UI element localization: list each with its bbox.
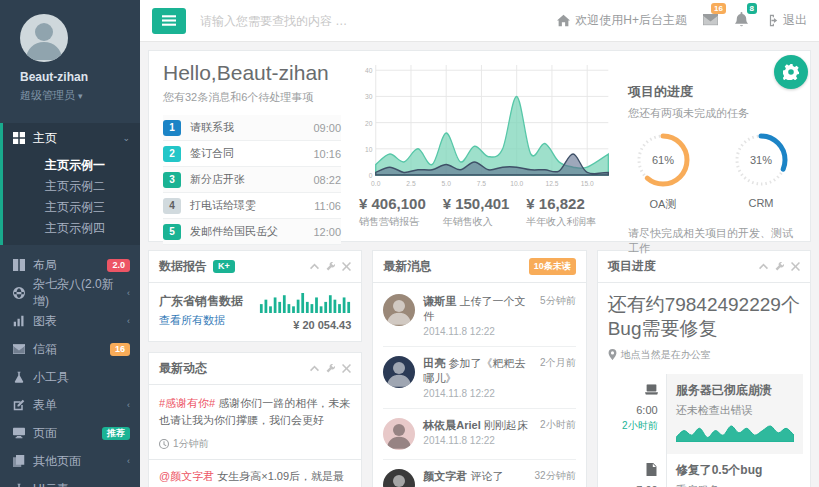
collapse-icon[interactable] <box>759 262 768 271</box>
columns-icon <box>13 259 25 271</box>
svg-text:12.5: 12.5 <box>545 178 558 188</box>
sidebar-nav: 主页 ⌄ 主页示例一 主页示例二 主页示例三 主页示例四 布局 2.0 杂七杂八… <box>0 123 140 487</box>
unread-count-badge: 10条未读 <box>529 258 576 275</box>
sidebar-subitem-home-3[interactable]: 主页示例三 <box>3 197 140 218</box>
sidebar-toggle-button[interactable] <box>152 8 186 34</box>
sidebar-item-mailbox[interactable]: 信箱 16 <box>0 335 140 363</box>
sidebar-item-pages[interactable]: 页面 推荐 <box>0 419 140 447</box>
panel-body: 广东省销售数据 查看所有数据 ¥ 20 054.43 <box>149 283 361 341</box>
greeting-heading: Hello,Beaut-zihan <box>163 61 341 85</box>
message-user-link[interactable]: 林依晨Ariel <box>423 419 480 431</box>
latest-activity-panel: 最新动态 #感谢有你# 感谢你们一路的相伴，未来也请让我为你们撑腰，我们会更好 <box>148 352 362 487</box>
sidebar-subitem-home-2[interactable]: 主页示例二 <box>3 176 140 197</box>
sidebar-subitem-home-1[interactable]: 主页示例一 <box>3 155 140 176</box>
close-icon[interactable] <box>342 364 351 373</box>
panel-tools <box>310 364 351 373</box>
sidebar-item-home[interactable]: 主页 ⌄ <box>0 123 140 153</box>
todo-item[interactable]: 5 发邮件给国民岳父 12:00 <box>163 219 341 245</box>
view-all-data-link[interactable]: 查看所有数据 <box>159 313 225 328</box>
sales-stats: ¥ 406,100 销售营销报告 ¥ 150,401 年销售收入 ¥ 16,82… <box>359 195 610 229</box>
report-name: 广东省销售数据 <box>159 293 243 310</box>
feed-post: #感谢有你# 感谢你们一路的相伴，未来也请让我为你们撑腰，我们会更好 <box>159 395 351 429</box>
search-input[interactable] <box>200 14 420 28</box>
panel-title: 项目进度 <box>608 258 656 275</box>
mention-link[interactable]: @颜文字君 <box>159 470 214 482</box>
mail-menu-button[interactable]: 16 <box>703 12 718 30</box>
chevron-left-icon: ‹ <box>127 400 130 410</box>
todo-item[interactable]: 2 签订合同 10:16 <box>163 141 341 167</box>
sidebar-item-widgets[interactable]: 小工具 <box>0 363 140 391</box>
close-icon[interactable] <box>791 262 800 271</box>
message-user-link[interactable]: 颜文字君 <box>423 470 467 482</box>
panel-title: 最新动态 <box>159 360 207 377</box>
wrench-icon[interactable] <box>326 364 335 373</box>
envelope-icon <box>13 343 25 355</box>
timeline-item: 6:00 2小时前 服务器已彻底崩溃 还未检查出错误 <box>608 374 800 454</box>
notifications-button[interactable]: 8 <box>734 12 749 30</box>
theme-config-button[interactable] <box>774 55 808 89</box>
todo-item[interactable]: 3 新分店开张 08:22 <box>163 167 341 193</box>
todo-item[interactable]: 1 请联系我 09:00 <box>163 115 341 141</box>
panel-body: 谦斯里 上传了一个文件 2014.11.8 12:22 5分钟前 田亮 参加了《… <box>373 283 585 487</box>
svg-text:7.5: 7.5 <box>477 178 486 188</box>
avatar <box>383 294 415 326</box>
stat-sales-report: ¥ 406,100 销售营销报告 <box>359 195 443 229</box>
bar-chart-icon <box>13 315 25 327</box>
message-item[interactable]: 林依晨Ariel 刚刚起床 2014.11.8 12:22 2小时前 <box>383 409 575 460</box>
close-icon[interactable] <box>342 262 351 271</box>
todo-list: 1 请联系我 09:00 2 签订合同 10:16 3 新分店开张 08:22 <box>163 115 341 245</box>
sidebar-item-layouts[interactable]: 布局 2.0 <box>0 251 140 279</box>
avatar <box>383 418 415 450</box>
collapse-icon[interactable] <box>310 262 319 271</box>
sales-chart-column: 0102030400.02.55.07.510.012.515.0 ¥ 406,… <box>359 61 610 229</box>
panel-columns: 数据报告 K+ 广东省销售数据 查看所有数据 <box>148 242 811 487</box>
wrench-icon[interactable] <box>775 262 784 271</box>
user-avatar[interactable] <box>20 14 68 62</box>
svg-text:10.0: 10.0 <box>510 178 523 188</box>
top-navbar: 欢迎使用H+后台主题 16 8 退出 <box>140 0 819 42</box>
gauge-crm: 31% CRM <box>732 131 790 212</box>
hashtag-link[interactable]: #感谢有你# <box>159 397 215 409</box>
report-sparkline-chart <box>259 293 351 313</box>
user-name: Beaut-zihan <box>20 70 140 84</box>
panel-title: 最新消息 <box>383 258 431 275</box>
message-item[interactable]: 谦斯里 上传了一个文件 2014.11.8 12:22 5分钟前 <box>383 285 575 347</box>
main-area: 欢迎使用H+后台主题 16 8 退出 Hello,Beaut-zihan <box>140 0 819 487</box>
progress-title: 项目的进度 <box>628 83 796 101</box>
notification-count-badge: 8 <box>747 3 757 14</box>
clock-icon <box>159 439 169 449</box>
bell-icon <box>734 12 749 27</box>
sidebar-item-misc[interactable]: 杂七杂八(2.0新增) ‹ <box>0 279 140 307</box>
todo-number-badge: 2 <box>163 146 181 162</box>
user-role-dropdown[interactable]: 超级管理员 ▾ <box>20 88 140 103</box>
logout-button[interactable]: 退出 <box>765 12 807 29</box>
data-report-panel: 数据报告 K+ 广东省销售数据 查看所有数据 <box>148 250 362 342</box>
svg-text:31%: 31% <box>750 154 772 166</box>
gear-icon <box>783 64 799 80</box>
greeting-subtitle: 您有32条消息和6个待处理事项 <box>163 90 341 105</box>
message-item[interactable]: 颜文字君 评论了 2014.11.8 12:22 【九部令人拍案叫绝的惊悚悬疑剧… <box>383 460 575 487</box>
report-row: 广东省销售数据 查看所有数据 ¥ 20 054.43 <box>159 293 351 331</box>
svg-text:61%: 61% <box>652 154 674 166</box>
latest-messages-panel: 最新消息 10条未读 谦斯里 上传了一个文件 2014.11.8 12:22 <box>372 250 586 487</box>
message-item[interactable]: 田亮 参加了《粑粑去哪儿》 2014.11.8 12:22 2个月前 <box>383 347 575 409</box>
todo-item[interactable]: 4 打电话给璟雯 11:06 <box>163 193 341 219</box>
sidebar-item-charts[interactable]: 图表 ‹ <box>0 307 140 335</box>
column-right: 项目进度 还有约79842492229个Bug需要修复 地点当然是在办公室 <box>597 250 811 487</box>
sidebar-item-forms[interactable]: 表单 ‹ <box>0 391 140 419</box>
svg-text:2.5: 2.5 <box>406 178 415 188</box>
collapse-icon[interactable] <box>310 364 319 373</box>
sidebar-subitem-home-4[interactable]: 主页示例四 <box>3 218 140 239</box>
message-user-link[interactable]: 田亮 <box>423 357 445 369</box>
chevron-left-icon: ‹ <box>127 316 130 326</box>
files-icon <box>13 455 25 467</box>
sidebar-item-ui-elements[interactable]: UI元素 ‹ <box>0 475 140 487</box>
svg-text:15.0: 15.0 <box>581 178 594 188</box>
bug-location: 地点当然是在办公室 <box>608 348 800 362</box>
wrench-icon[interactable] <box>326 262 335 271</box>
sidebar-item-other-pages[interactable]: 其他页面 ‹ <box>0 447 140 475</box>
message-user-link[interactable]: 谦斯里 <box>423 295 456 307</box>
panel-header: 最新消息 10条未读 <box>373 251 585 283</box>
chevron-left-icon: ‹ <box>127 288 130 298</box>
file-icon <box>645 463 658 476</box>
